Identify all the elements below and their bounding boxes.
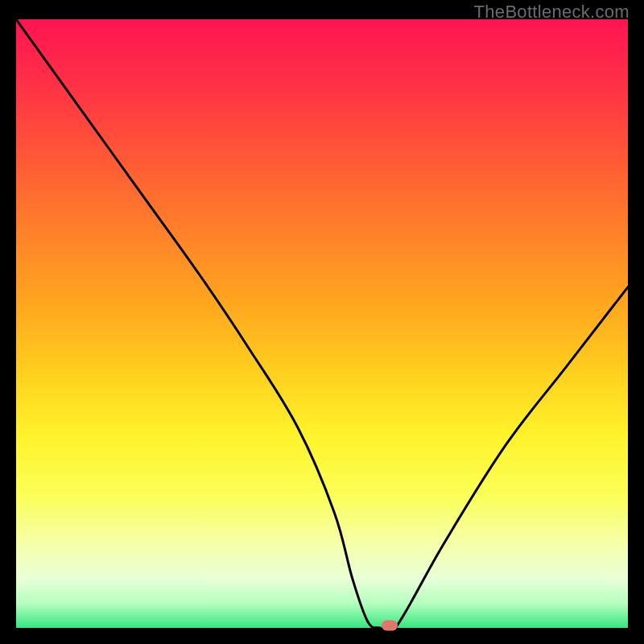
chart-frame: TheBottleneck.com xyxy=(0,0,644,644)
minimum-marker xyxy=(382,620,398,630)
watermark-text: TheBottleneck.com xyxy=(474,2,630,23)
bottleneck-curve xyxy=(16,19,628,628)
curve-path xyxy=(16,19,628,628)
plot-area xyxy=(16,19,628,628)
